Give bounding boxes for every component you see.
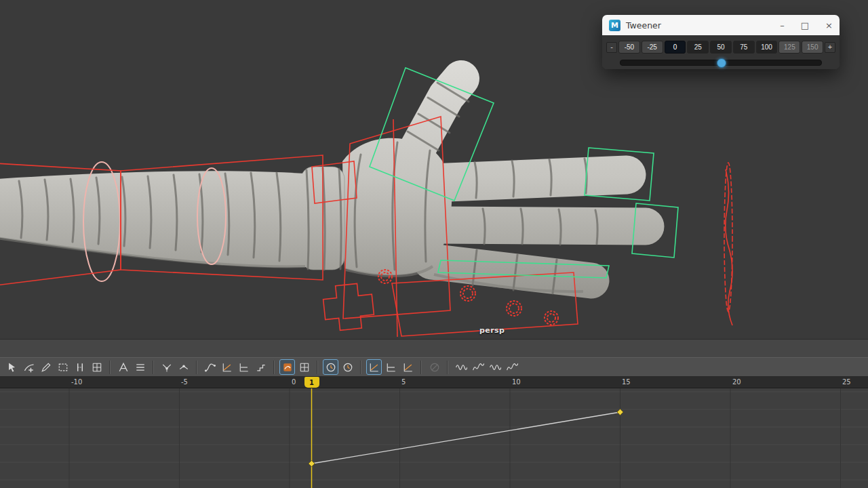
- post-infinity-cycle-icon[interactable]: [487, 359, 502, 375]
- ik-wrist-control-curve[interactable]: [724, 163, 732, 325]
- minimize-icon[interactable]: –: [780, 21, 785, 30]
- perspective-viewport[interactable]: persp M Tweener – □ × - -50 -25 0 25 50 …: [0, 0, 868, 339]
- toolbar-separator: [317, 361, 318, 374]
- panel-divider: [0, 339, 868, 357]
- toolbar-separator: [109, 361, 111, 374]
- time-snap-toggle-icon[interactable]: [323, 359, 338, 375]
- index-finger-mesh[interactable]: [431, 175, 627, 183]
- ruler-tick-label: 0: [292, 378, 296, 386]
- keyframe-diamond[interactable]: [309, 461, 315, 467]
- ruler-tick-label: 5: [401, 378, 406, 386]
- post-infinity-cycle-offset-icon[interactable]: [504, 359, 519, 375]
- timeline-ruler[interactable]: -10 -5 0 5 10 15 20 25 1: [0, 377, 868, 388]
- toolbar-separator: [196, 361, 197, 374]
- ruler-tick-label: 20: [732, 378, 741, 386]
- plus-control[interactable]: [322, 282, 376, 331]
- retime-tool-icon[interactable]: [72, 359, 87, 375]
- maya-logo-icon: M: [609, 20, 620, 31]
- step-tangents-icon[interactable]: [253, 359, 269, 375]
- window-controls: – □ ×: [780, 21, 833, 30]
- middle-finger-mesh[interactable]: [439, 225, 646, 226]
- curve-spreadsheet-toggle-icon[interactable]: [296, 359, 312, 375]
- display-buffer-curves-toggle-icon[interactable]: [383, 359, 399, 375]
- tween-value-button-25[interactable]: 25: [687, 41, 709, 54]
- maximize-icon[interactable]: □: [801, 21, 809, 30]
- break-tangents-icon[interactable]: [159, 359, 174, 375]
- camera-name-label: persp: [479, 326, 505, 335]
- isolate-curve-toggle-icon[interactable]: [279, 359, 295, 375]
- toolbar-separator: [153, 361, 154, 374]
- ruler-tick-label: -10: [71, 378, 82, 386]
- graph-editor-canvas[interactable]: [0, 388, 868, 488]
- tween-slider-handle[interactable]: [717, 58, 726, 68]
- palm-mesh[interactable]: [342, 138, 452, 275]
- tween-value-button-125[interactable]: 125: [778, 41, 800, 54]
- lattice-deform-keys-tool-icon[interactable]: [89, 359, 104, 375]
- close-icon[interactable]: ×: [825, 21, 833, 30]
- pencil-curve-tool-icon[interactable]: [38, 359, 54, 375]
- curve-graph: [0, 388, 868, 488]
- tween-increment-button[interactable]: +: [825, 42, 835, 53]
- keyframe-diamond[interactable]: [617, 409, 623, 415]
- pre-infinity-cycle-offset-icon[interactable]: [470, 359, 486, 375]
- tweener-title: Tweener: [626, 20, 774, 30]
- tween-value-row: - -50 -25 0 25 50 75 100 125 150 +: [602, 35, 840, 54]
- vertical-gridlines: [69, 388, 841, 488]
- flat-tangents-icon[interactable]: [236, 359, 252, 375]
- display-infinity-toggle-icon[interactable]: [366, 359, 382, 375]
- move-keys-tool-icon[interactable]: [4, 359, 20, 375]
- tween-decrement-button[interactable]: -: [606, 42, 617, 53]
- toolbar-separator: [447, 361, 448, 374]
- toolbar-separator: [273, 361, 275, 374]
- toolbar-separator: [420, 361, 422, 374]
- animation-curve[interactable]: [312, 412, 620, 464]
- insert-keys-tool-icon[interactable]: [21, 359, 37, 375]
- ruler-tick-label: 10: [512, 378, 521, 386]
- value-snap-toggle-icon[interactable]: [340, 359, 355, 375]
- tween-value-button-neg-25[interactable]: -25: [642, 41, 663, 54]
- current-frame-marker[interactable]: 1: [304, 377, 319, 388]
- tween-value-button-neg-50[interactable]: -50: [618, 41, 640, 54]
- show-results-toggle-icon[interactable]: [427, 359, 442, 375]
- tweener-titlebar[interactable]: M Tweener – □ ×: [602, 15, 840, 35]
- spline-tangents-icon[interactable]: [202, 359, 218, 375]
- ruler-tick-label: 25: [842, 378, 851, 386]
- tween-value-button-0[interactable]: 0: [665, 41, 686, 54]
- tweener-window: M Tweener – □ × - -50 -25 0 25 50 75 100…: [602, 15, 840, 69]
- tween-value-button-100[interactable]: 100: [756, 41, 778, 54]
- ruler-tick-label: 15: [622, 378, 631, 386]
- tween-value-button-150[interactable]: 150: [802, 41, 823, 54]
- pre-infinity-cycle-icon[interactable]: [453, 359, 469, 375]
- linear-tangents-icon[interactable]: [219, 359, 235, 375]
- tween-value-button-75[interactable]: 75: [733, 41, 755, 54]
- graph-editor-toolbar: [0, 357, 868, 377]
- display-curve-values-toggle-icon[interactable]: [400, 359, 416, 375]
- tweener-body: - -50 -25 0 25 50 75 100 125 150 +: [602, 35, 840, 69]
- tween-value-button-50[interactable]: 50: [710, 41, 732, 54]
- current-frame-label: 1: [309, 379, 314, 386]
- unify-tangents-icon[interactable]: [176, 359, 191, 375]
- tween-slider[interactable]: [620, 58, 822, 66]
- horizontal-gridlines: [0, 392, 868, 480]
- region-keys-tool-icon[interactable]: [55, 359, 71, 375]
- toolbar-separator: [360, 361, 361, 374]
- absolute-view-toggle-icon[interactable]: [115, 359, 131, 375]
- stacked-view-toggle-icon[interactable]: [132, 359, 148, 375]
- ruler-tick-label: -5: [181, 378, 188, 386]
